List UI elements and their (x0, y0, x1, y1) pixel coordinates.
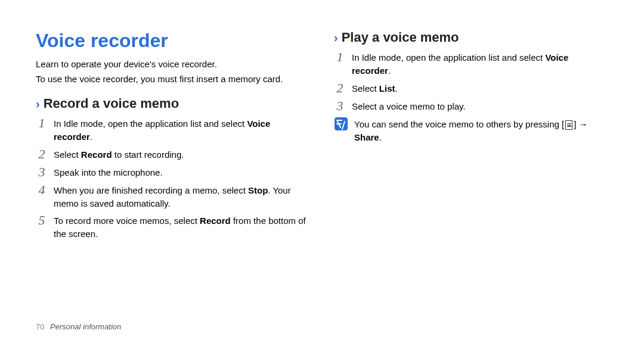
step-number: 3 (334, 99, 346, 113)
step-number: 3 (36, 165, 48, 179)
section-heading-record-text: Record a voice memo (44, 96, 179, 111)
menu-key-icon: ≡ (565, 120, 572, 130)
step-number: 1 (36, 116, 48, 130)
note-body: You can send the voice memo to others by… (354, 117, 608, 144)
list-item: 5 To record more voice memos, select Rec… (36, 213, 310, 241)
step-body: Select a voice memo to play. (352, 99, 608, 113)
list-item: 3 Speak into the microphone. (36, 165, 310, 179)
play-steps-list: 1 In Idle mode, open the application lis… (334, 50, 608, 113)
step-body: In Idle mode, open the application list … (352, 50, 608, 77)
section-heading-record: › Record a voice memo (36, 96, 310, 111)
note-box: You can send the voice memo to others by… (334, 117, 608, 144)
section-heading-play: › Play a voice memo (334, 30, 608, 45)
step-number: 2 (36, 147, 48, 161)
list-item: 1 In Idle mode, open the application lis… (36, 116, 310, 144)
chevron-icon: › (334, 32, 338, 43)
list-item: 1 In Idle mode, open the application lis… (334, 50, 608, 77)
step-body: To record more voice memos, select Recor… (54, 213, 310, 241)
page-title: Voice recorder (36, 30, 310, 52)
chevron-icon: › (36, 98, 40, 110)
step-body: Select List. (352, 81, 608, 95)
list-item: 4 When you are finished recording a memo… (36, 183, 310, 210)
record-steps-list: 1 In Idle mode, open the application lis… (36, 116, 310, 241)
intro-text-1: Learn to operate your device's voice rec… (36, 58, 310, 70)
step-body: Speak into the microphone. (54, 165, 310, 179)
step-number: 4 (36, 183, 48, 197)
list-item: 3 Select a voice memo to play. (334, 99, 608, 113)
step-number: 2 (334, 81, 346, 95)
page-number: 70 (36, 322, 44, 331)
note-icon (334, 117, 348, 131)
list-item: 2 Select Record to start recording. (36, 147, 310, 161)
step-body: In Idle mode, open the application list … (54, 116, 310, 144)
step-body: When you are finished recording a memo, … (54, 183, 310, 210)
footer-section-name: Personal information (50, 322, 121, 331)
left-column: Voice recorder Learn to operate your dev… (36, 30, 310, 244)
step-body: Select Record to start recording. (54, 147, 310, 161)
section-heading-play-text: Play a voice memo (342, 30, 459, 45)
intro-text-2: To use the voice recorder, you must firs… (36, 73, 310, 85)
page-footer: 70 Personal information (36, 322, 121, 331)
step-number: 5 (36, 213, 48, 228)
list-item: 2 Select List. (334, 81, 608, 95)
right-column: › Play a voice memo 1 In Idle mode, open… (334, 30, 608, 244)
step-number: 1 (334, 50, 346, 64)
